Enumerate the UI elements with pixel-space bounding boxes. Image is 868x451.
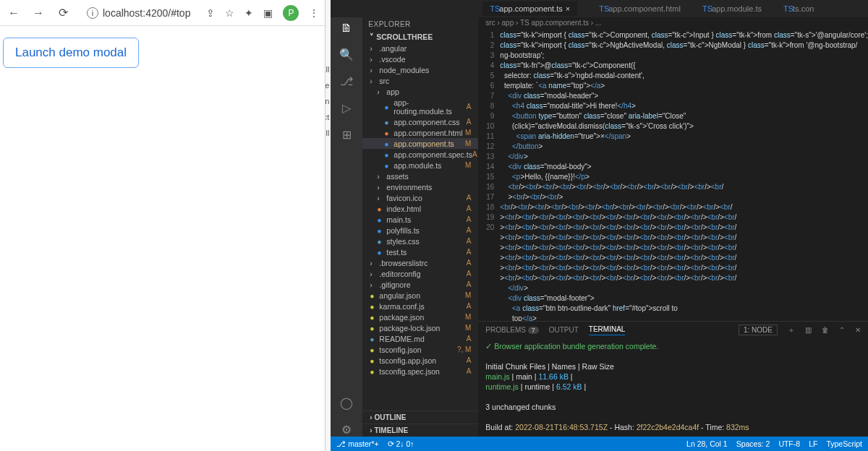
workspace-section[interactable]: ˅ SCROLLTHREE: [362, 31, 478, 43]
json-file-icon: ●: [370, 313, 376, 322]
search-activity-icon[interactable]: 🔍: [339, 48, 354, 61]
split-terminal-icon[interactable]: ▥: [805, 326, 812, 334]
close-panel-icon[interactable]: ✕: [855, 326, 861, 334]
breadcrumbs[interactable]: src › app › TS app.component.ts › ...: [478, 17, 868, 30]
file-tree-item[interactable]: ›.vscode: [362, 53, 478, 64]
file-tree-item[interactable]: ●app.component.spec.tsA: [362, 149, 478, 160]
terminal-selector[interactable]: 1: node: [739, 325, 778, 335]
file-tree-item[interactable]: ●styles.cssA: [362, 236, 478, 246]
file-tree-item[interactable]: ●karma.conf.jsA: [362, 301, 478, 312]
json-file-icon: ●: [370, 356, 376, 365]
terminal-line: 3 unchanged chunks: [485, 402, 861, 412]
close-tab-icon[interactable]: ×: [566, 4, 570, 13]
file-tree-item[interactable]: ›assets: [362, 171, 478, 181]
settings-gear-icon[interactable]: ⚙: [341, 423, 352, 437]
profile-avatar[interactable]: P: [283, 5, 299, 21]
site-info-icon[interactable]: i: [87, 7, 98, 19]
editor-tab[interactable]: TS ts.con: [783, 4, 814, 13]
extensions-activity-icon[interactable]: ⊞: [342, 128, 352, 142]
file-label: app.module.ts: [393, 161, 441, 170]
maximize-panel-icon[interactable]: ⌃: [839, 326, 845, 334]
file-tree-item[interactable]: ●app-routing.module.tsA: [362, 97, 478, 116]
html-file-icon: ●: [384, 129, 391, 137]
timeline-section[interactable]: › TIMELINE: [362, 424, 478, 437]
editor-tab[interactable]: TS app.component.ts ×: [482, 1, 577, 16]
explorer-activity-icon[interactable]: 🗎: [341, 22, 352, 35]
file-tree-item[interactable]: ●polyfills.tsA: [362, 225, 478, 236]
back-button[interactable]: ←: [6, 5, 22, 21]
file-tree-item[interactable]: ●app.component.tsM: [362, 138, 478, 149]
source-control-activity-icon[interactable]: ⎇: [340, 74, 353, 88]
file-tree-item[interactable]: ●tsconfig.json?, M: [362, 344, 478, 355]
extensions-icon[interactable]: ✦: [244, 7, 253, 19]
git-status-mark: M: [465, 129, 471, 137]
file-tree-item[interactable]: ›environments: [362, 181, 478, 192]
file-tree-item[interactable]: ●test.tsA: [362, 246, 478, 257]
share-icon[interactable]: ⇪: [206, 7, 215, 19]
file-tree-item[interactable]: ●app.component.cssA: [362, 116, 478, 127]
git-status-mark: A: [467, 226, 472, 234]
file-tree-item[interactable]: ●package.jsonM: [362, 312, 478, 322]
file-tree-item[interactable]: ●angular.jsonM: [362, 290, 478, 301]
file-tree-item[interactable]: ●package-lock.jsonM: [362, 322, 478, 333]
file-label: .gitignore: [379, 280, 410, 289]
file-tree-item[interactable]: ●index.htmlA: [362, 203, 478, 214]
cursor-position[interactable]: Ln 28, Col 1: [686, 439, 728, 448]
file-tree-item[interactable]: ›app: [362, 86, 478, 97]
ts-file-icon: TS: [783, 4, 790, 13]
output-tab[interactable]: OUTPUT: [549, 326, 579, 334]
file-tree-item[interactable]: ›.editorconfigA: [362, 268, 478, 279]
terminal-line: [485, 412, 861, 422]
address-bar[interactable]: i localhost:4200/#top: [80, 4, 197, 22]
kebab-menu-icon[interactable]: ⋮: [309, 7, 319, 19]
language-status[interactable]: TypeScript: [826, 439, 862, 448]
file-tree-item[interactable]: ●app.component.htmlM: [362, 127, 478, 138]
obscured-text: ect: [325, 113, 331, 121]
file-tree-item[interactable]: ●README.mdA: [362, 333, 478, 344]
debug-activity-icon[interactable]: ▷: [342, 101, 351, 115]
file-tree-item[interactable]: ›.browserslistrcA: [362, 257, 478, 268]
file-label: app.component.ts: [393, 139, 454, 148]
file-tree: ›.angular›.vscode›node_modules›src›app●a…: [362, 43, 478, 411]
kill-terminal-icon[interactable]: 🗑: [822, 326, 829, 334]
bookmark-icon[interactable]: ☆: [225, 7, 234, 19]
panel-tabs: PROBLEMS 7 OUTPUT TERMINAL 1: node ＋ ▥ 🗑…: [478, 322, 868, 338]
file-label: app-routing.module.ts: [393, 98, 466, 116]
file-tree-item[interactable]: ●tsconfig.spec.jsonA: [362, 366, 478, 377]
editor-tab[interactable]: TS app.component.html: [599, 4, 681, 13]
editor-tab[interactable]: TS app.module.ts: [702, 4, 762, 13]
folder-icon: ›: [377, 183, 383, 192]
problems-tab[interactable]: PROBLEMS 7: [485, 326, 538, 334]
file-tree-item[interactable]: ●app.module.tsM: [362, 160, 478, 171]
file-tree-item[interactable]: ●tsconfig.app.jsonA: [362, 355, 478, 366]
accounts-icon[interactable]: ◯: [340, 396, 353, 410]
terminal-line: runtime.js | runtime | 6.52 kB |: [485, 382, 861, 392]
file-tree-item[interactable]: ›.angular: [362, 43, 478, 53]
file-tree-item[interactable]: ›.gitignoreA: [362, 279, 478, 290]
git-status-mark: A: [467, 302, 472, 310]
eol-status[interactable]: LF: [809, 439, 817, 448]
encoding-status[interactable]: UTF-8: [778, 439, 800, 448]
file-tree-item[interactable]: ›node_modules: [362, 64, 478, 75]
outline-section[interactable]: › OUTLINE: [362, 411, 478, 424]
reload-button[interactable]: ⟳: [55, 5, 71, 21]
new-terminal-icon[interactable]: ＋: [788, 325, 795, 335]
file-tree-item[interactable]: ●main.tsA: [362, 214, 478, 225]
file-tree-item[interactable]: ›favicon.icoA: [362, 192, 478, 203]
git-status-mark: A: [467, 194, 472, 202]
git-status-mark: A: [467, 270, 472, 278]
reader-icon[interactable]: ▣: [263, 7, 273, 19]
ts-file-icon: ●: [377, 215, 383, 224]
code-editor[interactable]: 1234567891011121314151617181920 class="t…: [478, 30, 868, 321]
chrome-browser: ← → ⟳ i localhost:4200/#top ⇪ ☆ ✦ ▣ P ⋮ …: [0, 0, 325, 451]
indent-status[interactable]: Spaces: 2: [736, 439, 770, 448]
terminal-output[interactable]: ✓ Browser application bundle generation …: [478, 338, 868, 437]
code-content[interactable]: class="tk-k">import { class="tk-c">Compo…: [500, 30, 868, 321]
forward-button[interactable]: →: [30, 5, 46, 21]
file-tree-item[interactable]: ›src: [362, 75, 478, 86]
git-branch-status[interactable]: ⎇ master*+: [336, 439, 378, 448]
git-sync-status[interactable]: ⟳ 2↓ 0↑: [388, 439, 414, 448]
git-status-mark: A: [467, 237, 472, 245]
launch-demo-modal-button[interactable]: Launch demo modal: [3, 38, 139, 68]
terminal-tab[interactable]: TERMINAL: [589, 325, 626, 335]
